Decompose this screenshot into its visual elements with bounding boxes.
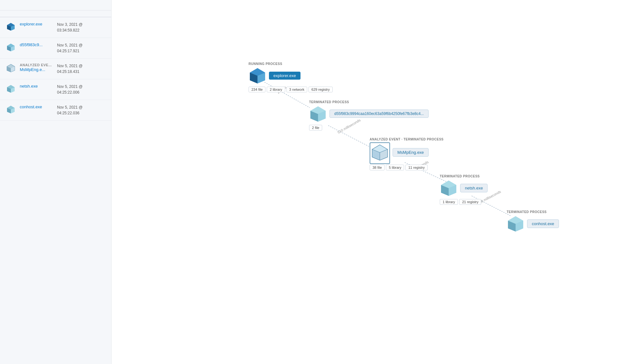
process-timestamp: Nov 3, 2021 @ 03:34:59.822: [57, 22, 105, 33]
tag: 2 file: [309, 125, 322, 131]
graph-node[interactable]: TERMINATED PROCESS netsh.exe1 library21 …: [440, 175, 488, 205]
list-item[interactable]: conhost.exeNov 5, 2021 @ 04:25:22.036: [0, 100, 111, 121]
tag: 2 library: [267, 87, 285, 92]
cube-icon: [6, 22, 17, 32]
process-timestamp: Nov 5, 2021 @ 04:25:17.921: [57, 42, 105, 54]
node-type-label: TERMINATED PROCESS: [440, 175, 488, 178]
cube-icon: [6, 84, 17, 95]
process-name-link[interactable]: conhost.exe: [20, 104, 57, 109]
process-info: netsh.exe: [20, 84, 57, 89]
node-type-label: TERMINATED PROCESS: [309, 100, 429, 104]
table-header: [0, 11, 111, 17]
process-name-link[interactable]: explorer.exe: [20, 22, 57, 26]
node-cube-icon: [440, 179, 458, 198]
node-type-label: RUNNING PROCESS: [249, 62, 333, 66]
node-row: MsMpEng.exe: [370, 142, 444, 164]
tag: 11 registry: [405, 165, 427, 170]
cube-icon: [6, 64, 17, 74]
list-item[interactable]: d55f983c9...Nov 5, 2021 @ 04:25:17.921: [0, 38, 111, 59]
node-name-box[interactable]: d55f983c9994caa160ec63a59f6b4250fe67fb3e…: [329, 110, 429, 118]
node-row: conhost.exe: [507, 215, 559, 234]
node-type-label: ANALYZED EVENT · TERMINATED PROCESS: [370, 138, 444, 141]
sidebar: explorer.exeNov 3, 2021 @ 03:34:59.822 d…: [0, 0, 112, 364]
node-name-box[interactable]: explorer.exe: [269, 72, 300, 80]
node-cube-icon: [249, 67, 266, 86]
sidebar-header: [0, 0, 111, 11]
graph-node[interactable]: TERMINATED PROCESS conhost.exe: [507, 210, 559, 235]
list-item[interactable]: netsh.exeNov 5, 2021 @ 04:25:22.006: [0, 79, 111, 100]
list-item[interactable]: ANALYZED EVE...MsMpEng.e...Nov 5, 2021 @…: [0, 59, 111, 79]
graph-canvas: 2 days510 milliseconds3 seconds30 millis…: [112, 0, 637, 287]
list-item[interactable]: explorer.exeNov 3, 2021 @ 03:34:59.822: [0, 17, 111, 38]
node-row: d55f983c9994caa160ec63a59f6b4250fe67fb3e…: [309, 105, 429, 124]
graph-node[interactable]: ANALYZED EVENT · TERMINATED PROCESS MsMp…: [370, 138, 444, 170]
node-tags: 234 file2 library3 network629 registry: [249, 87, 333, 92]
cube-icon: [6, 43, 17, 53]
process-name-link[interactable]: d55f983c9...: [20, 42, 57, 47]
process-type-label: ANALYZED EVE...: [20, 63, 57, 67]
node-name-box[interactable]: MsMpEng.exe: [393, 148, 429, 157]
process-timestamp: Nov 5, 2021 @ 04:25:18.431: [57, 63, 105, 75]
main-canvas: 2 days510 milliseconds3 seconds30 millis…: [112, 0, 637, 364]
node-cube-icon: [507, 215, 525, 234]
process-name-link[interactable]: netsh.exe: [20, 84, 57, 89]
process-info: conhost.exe: [20, 104, 57, 109]
tag: 38 file: [370, 165, 385, 170]
tag: 629 registry: [308, 87, 332, 92]
cube-icon: [6, 105, 17, 115]
graph-node[interactable]: RUNNING PROCESS explorer.exe234 file2 li…: [249, 62, 333, 92]
node-tags: 2 file: [309, 125, 429, 131]
node-cube-icon: [370, 142, 390, 164]
tag: 3 network: [286, 87, 308, 92]
tag: 21 registry: [459, 199, 481, 205]
node-name-box[interactable]: netsh.exe: [460, 184, 488, 192]
process-name-link[interactable]: MsMpEng.e...: [20, 67, 57, 72]
node-cube-icon: [309, 105, 327, 124]
graph-node[interactable]: TERMINATED PROCESS d55f983c9994caa160ec6…: [309, 100, 429, 131]
process-list: explorer.exeNov 3, 2021 @ 03:34:59.822 d…: [0, 17, 111, 121]
tag: 1 library: [440, 199, 458, 205]
node-name-box[interactable]: conhost.exe: [527, 219, 559, 228]
tag: 234 file: [249, 87, 265, 92]
process-info: d55f983c9...: [20, 42, 57, 47]
node-row: explorer.exe: [249, 67, 333, 86]
tag: 5 library: [386, 165, 404, 170]
node-tags: 38 file5 library11 registry: [370, 165, 444, 170]
process-info: explorer.exe: [20, 22, 57, 26]
node-type-label: TERMINATED PROCESS: [507, 210, 559, 214]
process-timestamp: Nov 5, 2021 @ 04:25:22.036: [57, 104, 105, 116]
process-timestamp: Nov 5, 2021 @ 04:25:22.006: [57, 84, 105, 95]
node-tags: 1 library21 registry: [440, 199, 488, 205]
node-row: netsh.exe: [440, 179, 488, 198]
process-info: ANALYZED EVE...MsMpEng.e...: [20, 63, 57, 72]
